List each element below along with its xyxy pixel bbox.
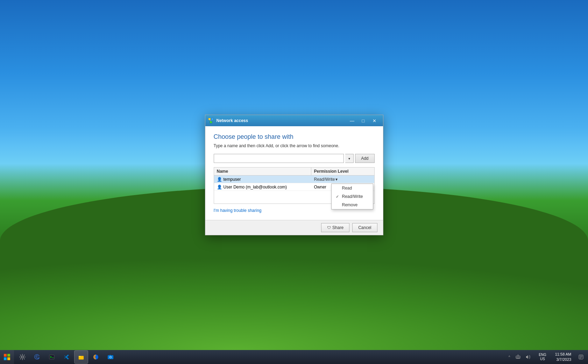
taskbar-edge-icon[interactable] (30, 350, 44, 364)
user-name: tempuser (224, 177, 241, 182)
name-column-header: Name (214, 167, 311, 175)
clock-time: 11:58 AM (555, 352, 571, 357)
close-button[interactable]: ✕ (369, 115, 380, 126)
svg-point-22 (518, 355, 518, 355)
permission-value: Owner (314, 185, 326, 190)
permission-dropdown-menu: Read ✓ Read/Write Remove (331, 184, 373, 209)
svg-rect-18 (109, 355, 111, 356)
svg-rect-7 (4, 357, 7, 360)
window-icon (208, 118, 214, 123)
start-button[interactable] (0, 350, 14, 364)
share-button[interactable]: 🛡 Share (321, 223, 349, 232)
language-indicator[interactable]: ENG US (536, 350, 550, 364)
add-button[interactable]: Add (355, 154, 374, 163)
taskbar-right: ^ (504, 350, 588, 364)
svg-point-17 (110, 357, 111, 358)
permission-value: Read/Write (314, 177, 335, 182)
show-hidden-icons-button[interactable]: ^ (506, 350, 512, 364)
maximize-button[interactable]: □ (358, 115, 369, 126)
system-tray: ^ (504, 350, 534, 364)
clock-date: 3/7/2023 (555, 357, 571, 362)
permission-arrow-icon: ▾ (335, 177, 338, 182)
permission-column-header: Permission Level (311, 167, 374, 175)
clock-display[interactable]: 11:58 AM 3/7/2023 (551, 350, 575, 364)
user-icon: 👤 (217, 177, 222, 182)
table-header: Name Permission Level (214, 167, 374, 176)
svg-rect-1 (211, 118, 213, 120)
volume-tray-icon[interactable] (524, 350, 532, 364)
input-row: ▾ Add (214, 154, 375, 163)
taskbar-vscode-icon[interactable] (59, 350, 73, 364)
svg-rect-2 (210, 121, 212, 123)
svg-rect-5 (4, 354, 7, 357)
window-subtitle: Type a name and then click Add, or click… (214, 143, 375, 148)
cancel-button[interactable]: Cancel (352, 223, 377, 232)
svg-rect-10 (49, 355, 54, 359)
chevron-icon: ^ (509, 355, 510, 359)
window-title: Network access (217, 118, 344, 123)
window-overlay: Network access — □ ✕ Choose people to sh… (0, 0, 588, 350)
network-tray-icon[interactable] (514, 350, 522, 364)
name-input[interactable] (214, 154, 344, 163)
desktop: Network access — □ ✕ Choose people to sh… (0, 0, 588, 364)
dropdown-item-readwrite[interactable]: ✓ Read/Write (332, 192, 373, 201)
taskbar-terminal-icon[interactable] (45, 350, 59, 364)
svg-rect-20 (517, 357, 519, 358)
svg-line-3 (210, 120, 211, 121)
svg-point-14 (95, 356, 97, 358)
window-titlebar: Network access — □ ✕ (205, 115, 383, 126)
table-row[interactable]: 👤 tempuser Read/Write ▾ (214, 176, 374, 183)
dropdown-item-remove[interactable]: Remove (332, 201, 373, 209)
share-icon: 🛡 (327, 226, 331, 230)
taskbar-pinned-icons (14, 350, 119, 364)
window-heading: Choose people to share with (214, 133, 375, 141)
name-dropdown-button[interactable]: ▾ (345, 154, 354, 163)
taskbar-explorer-icon[interactable] (74, 350, 88, 364)
svg-rect-8 (7, 357, 10, 360)
svg-line-4 (211, 120, 212, 121)
window-controls: — □ ✕ (347, 115, 380, 126)
network-access-window: Network access — □ ✕ Choose people to sh… (205, 115, 383, 235)
user-icon: 👤 (217, 185, 222, 190)
svg-point-9 (21, 356, 23, 358)
check-icon (336, 186, 340, 190)
dropdown-item-read[interactable]: Read (332, 184, 373, 192)
language-label: ENG (539, 353, 546, 357)
window-footer: 🛡 Share Cancel (205, 220, 383, 235)
locale-label: US (539, 357, 546, 361)
notification-center-button[interactable] (577, 350, 585, 364)
permission-dropdown-button[interactable]: Read/Write ▾ (314, 177, 338, 182)
taskbar: ^ (0, 350, 588, 364)
user-name: User Demo (m_lab@outlook.com) (224, 185, 287, 190)
check-icon: ✓ (336, 194, 340, 199)
taskbar-firefox-icon[interactable] (89, 350, 103, 364)
svg-rect-6 (7, 354, 10, 357)
check-icon (336, 203, 340, 207)
taskbar-settings-icon[interactable] (15, 350, 29, 364)
taskbar-photos-icon[interactable] (104, 350, 118, 364)
svg-rect-0 (208, 118, 211, 120)
minimize-button[interactable]: — (347, 115, 358, 126)
